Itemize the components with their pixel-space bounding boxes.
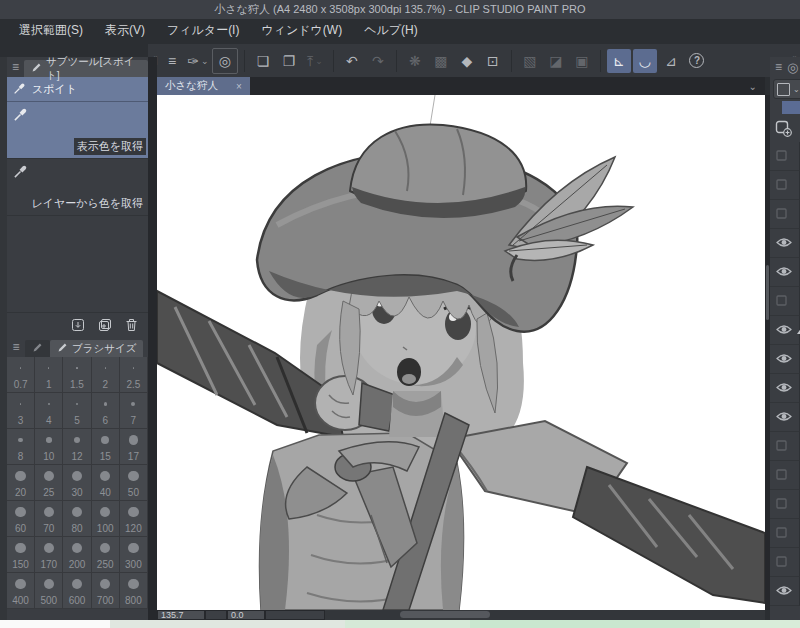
brush-size-200[interactable]: 200	[63, 537, 91, 573]
brush-size-600[interactable]: 600	[63, 573, 91, 609]
document-tab[interactable]: 小さな狩人 ×	[157, 77, 250, 95]
menu-filter[interactable]: フィルター(I)	[156, 20, 250, 41]
canvas-viewport[interactable]	[157, 95, 765, 610]
brush-size-150[interactable]: 150	[7, 537, 35, 573]
menu-view[interactable]: 表示(V)	[94, 20, 156, 41]
brush-size-120[interactable]: 120	[120, 501, 148, 537]
undo-button[interactable]: ↶	[340, 49, 364, 73]
brush-size-3[interactable]: 3	[7, 393, 35, 429]
brush-size-2[interactable]: 2	[92, 357, 120, 393]
duplicate-subtool-icon[interactable]	[98, 318, 112, 332]
help-button[interactable]: ?	[685, 49, 709, 73]
fill-dots-button[interactable]: ▩	[429, 49, 453, 73]
layer-visibility-eye-icon[interactable]	[776, 263, 792, 281]
brush-size-10[interactable]: 10	[35, 429, 63, 465]
import-subtool-icon[interactable]	[71, 318, 85, 332]
brush-size-7[interactable]: 7	[120, 393, 148, 429]
menu-help[interactable]: ヘルプ(H)	[353, 20, 429, 41]
deselect-button[interactable]: ▧	[518, 49, 542, 73]
brush-size-700[interactable]: 700	[92, 573, 120, 609]
vertical-scrollbar-thumb[interactable]	[766, 265, 769, 320]
close-icon[interactable]: ×	[236, 81, 242, 92]
selection-border-button[interactable]: ▣	[570, 49, 594, 73]
zoom-slider-button[interactable]	[205, 610, 227, 620]
brush-size-20[interactable]: 20	[7, 465, 35, 501]
subtool-item-get-display-color[interactable]: 表示色を取得	[7, 102, 148, 159]
brush-size-400[interactable]: 400	[7, 573, 35, 609]
layer-hidden-icon[interactable]	[776, 176, 787, 194]
layer-visibility-eye-icon[interactable]	[776, 408, 792, 426]
layer-visibility-eye-icon[interactable]	[776, 321, 792, 339]
brush-size-25[interactable]: 25	[35, 465, 63, 501]
layer-visibility-eye-icon[interactable]	[776, 350, 792, 368]
opacity-slider[interactable]	[782, 101, 800, 114]
brushsize-tab[interactable]: ブラシサイズ	[50, 340, 143, 357]
blend-mode-dropdown[interactable]: ⌄	[773, 79, 800, 99]
brush-size-500[interactable]: 500	[35, 573, 63, 609]
brush-size-2.5[interactable]: 2.5	[120, 357, 148, 393]
brush-size-17[interactable]: 17	[120, 429, 148, 465]
brush-size-8[interactable]: 8	[7, 429, 35, 465]
rotation-slider-button[interactable]	[265, 610, 325, 620]
brush-size-15[interactable]: 15	[92, 429, 120, 465]
subtool-item-get-layer-color[interactable]: レイヤーから色を取得	[7, 159, 148, 216]
brush-size-6[interactable]: 6	[92, 393, 120, 429]
brush-size-12[interactable]: 12	[63, 429, 91, 465]
new-layer-button[interactable]	[770, 114, 800, 142]
frame-border-button[interactable]: ⊡	[481, 49, 505, 73]
redo-button[interactable]: ↷	[366, 49, 390, 73]
horizontal-scrollbar-thumb[interactable]	[400, 611, 490, 618]
brush-size-1.5[interactable]: 1.5	[63, 357, 91, 393]
layer-hidden-icon[interactable]	[776, 147, 787, 165]
delete-subtool-icon[interactable]	[125, 318, 138, 332]
clear-button[interactable]: ❋	[403, 49, 427, 73]
toolbar-divider	[396, 50, 397, 72]
brush-size-300[interactable]: 300	[120, 537, 148, 573]
open-file-button[interactable]: ❐	[277, 49, 301, 73]
layer-palette-menu-icon[interactable]: ≡	[775, 60, 782, 74]
menu-window[interactable]: ウィンドウ(W)	[250, 20, 353, 41]
tab-list-chevron-down-icon[interactable]: ⌄	[749, 81, 757, 92]
brush-size-800[interactable]: 800	[120, 573, 148, 609]
current-tool-button[interactable]: ✑⌄	[186, 49, 210, 73]
brush-size-50[interactable]: 50	[120, 465, 148, 501]
layer-visibility-eye-icon[interactable]	[776, 379, 792, 397]
brush-size-1[interactable]: 1	[35, 357, 63, 393]
layer-visibility-eye-icon[interactable]	[776, 582, 792, 600]
brush-size-4[interactable]: 4	[35, 393, 63, 429]
layer-hidden-icon[interactable]	[776, 495, 787, 513]
brush-shape-tab[interactable]	[25, 340, 50, 357]
snap-grid-button[interactable]: ⊿	[659, 49, 683, 73]
layer-hidden-icon[interactable]	[776, 205, 787, 223]
snap-ruler-button[interactable]: ⊾	[607, 49, 631, 73]
rotation-field[interactable]: 0.0	[227, 610, 265, 620]
brush-size-70[interactable]: 70	[35, 501, 63, 537]
brush-size-100[interactable]: 100	[92, 501, 120, 537]
zoom-level-field[interactable]: 135.7	[157, 610, 205, 620]
layer-hidden-icon[interactable]	[776, 524, 787, 542]
brush-size-0.7[interactable]: 0.7	[7, 357, 35, 393]
menu-selection[interactable]: 選択範囲(S)	[8, 20, 94, 41]
layer-hidden-icon[interactable]	[776, 437, 787, 455]
layer-visibility-eye-icon[interactable]	[776, 234, 792, 252]
layer-hidden-icon[interactable]	[776, 553, 787, 571]
brush-size-250[interactable]: 250	[92, 537, 120, 573]
toolbar-menu-button[interactable]: ≡	[160, 49, 184, 73]
subtool-palette-menu-icon[interactable]: ≡	[7, 60, 24, 74]
brush-size-40[interactable]: 40	[92, 465, 120, 501]
brushsize-palette-menu-icon[interactable]: ≡	[7, 340, 25, 354]
save-file-button[interactable]: ⤒⌄	[303, 49, 327, 73]
brush-size-170[interactable]: 170	[35, 537, 63, 573]
snap-special-ruler-button[interactable]: ◡	[633, 49, 657, 73]
brush-size-60[interactable]: 60	[7, 501, 35, 537]
brush-size-30[interactable]: 30	[63, 465, 91, 501]
new-canvas-button[interactable]: ❏	[251, 49, 275, 73]
layer-hidden-icon[interactable]	[776, 466, 787, 484]
fill-bucket-button[interactable]: ◆	[455, 49, 479, 73]
layer-hidden-icon[interactable]	[776, 292, 787, 310]
subtool-group-button[interactable]: ◎	[212, 48, 238, 74]
invert-selection-button[interactable]: ◪	[544, 49, 568, 73]
brush-size-80[interactable]: 80	[63, 501, 91, 537]
subtool-tab[interactable]: サブツール[スポイト]	[24, 60, 148, 77]
brush-size-5[interactable]: 5	[63, 393, 91, 429]
